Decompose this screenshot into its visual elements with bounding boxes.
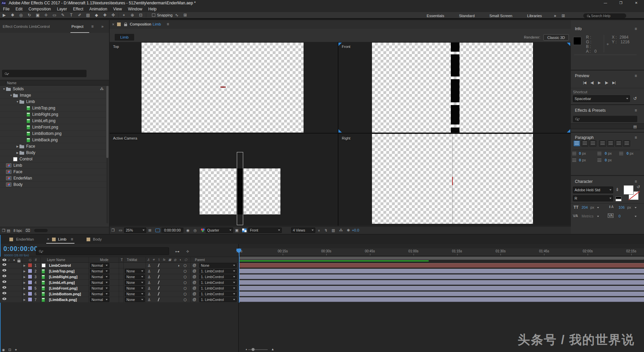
axis-mode-button[interactable]: ⌖: [120, 12, 128, 18]
eye-icon[interactable]: [2, 263, 6, 266]
mini-flowchart-icon[interactable]: ⊶: [175, 249, 179, 254]
tab-close-icon[interactable]: ×: [47, 237, 49, 242]
tool-button[interactable]: ✜: [109, 12, 117, 18]
layer-disclosure-icon[interactable]: ▶: [23, 298, 25, 301]
grid-guides-icon[interactable]: ⊞: [148, 228, 151, 233]
blend-mode-dropdown[interactable]: Normal: [90, 292, 109, 296]
tool-button[interactable]: ✐: [75, 12, 84, 18]
zoom-in-mountain-icon[interactable]: ▲: [271, 347, 274, 351]
parent-column-header[interactable]: Parent: [195, 258, 205, 262]
viewport[interactable]: Top Front Active Camera Right: [110, 42, 571, 226]
transport-button[interactable]: ◀|: [590, 81, 593, 85]
flowchart-icon[interactable]: ⁂: [339, 228, 343, 233]
pick-whip-icon[interactable]: @: [193, 297, 196, 301]
leading-arrow-icon[interactable]: [635, 207, 637, 208]
layer-row[interactable]: ▶ 7 [LimbBack.png] Normal None ♙ ⬡ @ 1. …: [0, 297, 238, 303]
parent-dropdown[interactable]: 1. LimbControl: [199, 297, 237, 302]
layer-name[interactable]: [LimbRight.png]: [49, 275, 77, 279]
indent-left-field[interactable]: 0 px: [579, 151, 586, 155]
layer-selection-outline[interactable]: [237, 152, 243, 225]
project-item-row[interactable]: LimbBack.png: [0, 137, 106, 143]
transparency-grid-icon[interactable]: [242, 229, 247, 232]
eye-icon[interactable]: [2, 292, 6, 294]
trash-icon[interactable]: ⌧: [25, 228, 30, 233]
eye-icon[interactable]: [2, 298, 6, 300]
project-item-row[interactable]: LimbRight.png: [0, 111, 106, 118]
adjustment-toggle-icon[interactable]: ◑: [177, 263, 179, 267]
help-search-field[interactable]: Search Help: [583, 13, 626, 18]
timeline-zoom-slider-handle[interactable]: [252, 348, 255, 351]
layer-duration-bar[interactable]: [239, 297, 644, 302]
exposure-gauge-icon[interactable]: ↯: [324, 228, 327, 233]
project-item-row[interactable]: LimbBottom.png: [0, 131, 106, 137]
blend-mode-dropdown[interactable]: Normal: [90, 280, 109, 285]
panel-menu-icon[interactable]: ≡: [167, 22, 169, 27]
workspace-tab[interactable]: Small Screen: [489, 14, 512, 18]
tab-project[interactable]: Project: [71, 24, 84, 29]
layer-name[interactable]: [LimbBottom.png]: [49, 292, 81, 296]
timeline-search-field[interactable]: ▾: [36, 247, 169, 255]
layer-duration-bar[interactable]: [239, 269, 644, 273]
justify-all-button[interactable]: [623, 140, 630, 147]
label-color-swatch[interactable]: [28, 269, 32, 273]
magnification-dropdown[interactable]: 25%: [124, 228, 146, 233]
exposure-value[interactable]: +0.0: [352, 228, 359, 232]
panel-menu-icon[interactable]: ≡: [71, 237, 73, 242]
quality-toggle-icon[interactable]: [158, 263, 159, 267]
snapping-checkbox[interactable]: [152, 13, 155, 17]
project-item-row[interactable]: ▼ Limb: [0, 99, 106, 105]
justify-last-center-button[interactable]: [607, 140, 614, 147]
panel-overflow-icon[interactable]: »: [101, 24, 104, 29]
primary-viewer-icon[interactable]: ▭: [119, 228, 122, 233]
transport-button[interactable]: ▶: [598, 81, 600, 85]
cube-3d-toggle-icon[interactable]: ⬡: [183, 275, 186, 279]
layer-disclosure-icon[interactable]: ▶: [23, 281, 25, 284]
pick-whip-icon[interactable]: @: [193, 263, 196, 267]
project-item-row[interactable]: Body: [0, 182, 106, 188]
tool-button[interactable]: ✛: [42, 12, 50, 18]
layer-name[interactable]: [LimbFront.png]: [49, 286, 77, 290]
cube-3d-toggle-icon[interactable]: ⬡: [183, 269, 186, 273]
fill-color-swatch[interactable]: [624, 185, 634, 195]
space-after-field[interactable]: 0 px: [605, 158, 612, 162]
layer-duration-bar[interactable]: [239, 280, 644, 285]
mask-visibility-icon[interactable]: [155, 229, 160, 232]
resolution-dropdown[interactable]: Quarter: [206, 228, 233, 233]
panel-menu-icon[interactable]: ≡: [635, 108, 637, 113]
parent-dropdown[interactable]: 1. LimbControl: [199, 274, 237, 279]
active-camera-right-face[interactable]: [244, 168, 280, 214]
workspace-tab[interactable]: Libraries: [527, 14, 542, 18]
new-panel-icon[interactable]: ▤: [633, 124, 637, 129]
project-list-header[interactable]: Name: [0, 80, 109, 86]
cube-3d-toggle-icon[interactable]: ⬡: [183, 286, 186, 290]
stroke-over-fill-icon[interactable]: [615, 197, 622, 199]
project-item-row[interactable]: Limb: [0, 162, 106, 169]
tool-button[interactable]: ▤: [84, 12, 92, 18]
viewer-tab-comp-name[interactable]: Limb: [153, 22, 161, 26]
layer-disclosure-icon[interactable]: ▶: [23, 275, 25, 279]
top-view-canvas[interactable]: [142, 43, 304, 133]
maximize-button[interactable]: ❐: [613, 0, 629, 6]
indent-first-line-field[interactable]: 0 px: [605, 151, 612, 155]
trkmat-dropdown[interactable]: None: [125, 280, 145, 285]
workspace-tab[interactable]: Standard: [459, 14, 475, 18]
pick-whip-icon[interactable]: @: [193, 280, 196, 284]
layer-name[interactable]: LimbControl: [49, 263, 71, 267]
kerning-value[interactable]: Metrics: [582, 214, 593, 218]
tab-enderman[interactable]: EnderMan: [16, 237, 34, 241]
layer-disclosure-icon[interactable]: ▶: [23, 293, 25, 296]
tool-button[interactable]: ✱: [8, 12, 17, 18]
project-item-row[interactable]: EnderMan: [0, 175, 106, 182]
panel-menu-icon[interactable]: ≡: [91, 24, 94, 29]
trkmat-dropdown[interactable]: None: [125, 292, 145, 296]
layer-name[interactable]: [LimbLeft.png]: [49, 281, 75, 285]
layer-duration-bar[interactable]: [239, 263, 644, 268]
project-panel-icon-a[interactable]: ❒: [2, 229, 5, 233]
renderer-button[interactable]: Classic 3D: [543, 34, 569, 41]
menu-item[interactable]: Effect: [70, 7, 86, 11]
trkmat-dropdown[interactable]: None: [125, 274, 145, 279]
justify-last-left-button[interactable]: [599, 140, 606, 147]
shy-toggle-icon[interactable]: ♙: [148, 281, 151, 285]
blend-mode-dropdown[interactable]: Normal: [90, 286, 109, 291]
draft-3d-icon[interactable]: ✧: [186, 249, 190, 254]
